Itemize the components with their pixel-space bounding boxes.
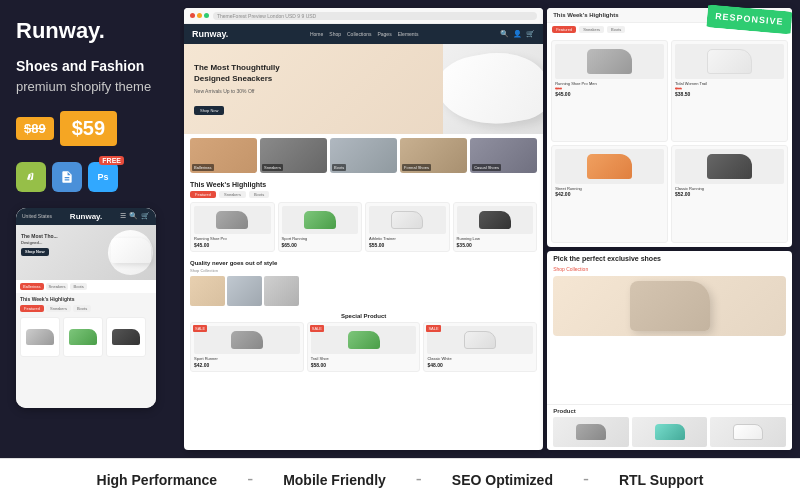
right-product-2[interactable]: Tidal Women Trail $55 $38.50 xyxy=(671,40,788,142)
price-badge: $89 $59 xyxy=(16,111,164,146)
old-price: $89 xyxy=(16,117,54,140)
main-container: Runway. Shoes and Fashion premium shopif… xyxy=(0,0,800,500)
platform-icons: Ps FREE xyxy=(16,162,164,192)
mobile-nav-tabs: Ballerinas Sneakers Boots xyxy=(16,280,156,293)
right-tab-sneakers[interactable]: Sneakers xyxy=(579,26,604,33)
right-product-1[interactable]: Running Shoe Pro Men $60 $45.00 xyxy=(551,40,668,142)
shop-collection-link[interactable]: Shop Collection xyxy=(553,266,786,272)
bottom-product-2[interactable] xyxy=(632,417,708,447)
highlights-section-title: This Week's Highlights xyxy=(190,181,537,188)
right-shoe-3 xyxy=(587,154,632,179)
right-tab-boots[interactable]: Boots xyxy=(607,26,625,33)
quality-subtitle[interactable]: Shop Collection xyxy=(190,268,537,273)
special-name-3: Classic White xyxy=(427,356,533,361)
product-img-2 xyxy=(282,206,359,234)
desktop-top-bar: ThemeForest Preview London USD 9 9 USD xyxy=(184,8,543,24)
cat-label-2: Sneakers xyxy=(262,164,283,171)
tab-featured[interactable]: Featured xyxy=(190,191,216,198)
tagline-line2: premium shopify theme xyxy=(16,79,151,94)
category-casual[interactable]: Casual Shoes xyxy=(470,138,537,173)
mobile-product-2[interactable] xyxy=(63,317,103,357)
ps-icon[interactable]: Ps FREE xyxy=(88,162,118,192)
shoe-mini-2 xyxy=(69,329,97,345)
shoe-mini-1 xyxy=(26,329,54,345)
special-card-2[interactable]: SALE Trail Shoe $58.00 xyxy=(307,322,421,372)
right-shoe-2 xyxy=(707,49,752,74)
bottom-product-3[interactable] xyxy=(710,417,786,447)
special-shoe-3 xyxy=(464,331,496,349)
product-shoe-1 xyxy=(216,211,248,229)
right-product-3[interactable]: Street Running $42.00 xyxy=(551,145,668,242)
tab-sneakers-mobile[interactable]: Sneakers xyxy=(46,305,71,312)
right-tab-featured[interactable]: Featured xyxy=(552,26,576,33)
tab-boots-tab[interactable]: Boots xyxy=(249,191,269,198)
special-price-1: $42.00 xyxy=(194,362,300,368)
special-grid: SALE Sport Runner $42.00 SALE xyxy=(190,322,537,372)
tab-featured-mobile[interactable]: Featured xyxy=(20,305,44,312)
mobile-tab-featured[interactable]: Ballerinas xyxy=(20,283,44,290)
special-card-1[interactable]: SALE Sport Runner $42.00 xyxy=(190,322,304,372)
mobile-tab-sneakers[interactable]: Sneakers xyxy=(46,283,69,290)
hero-shoe xyxy=(443,44,543,134)
url-text: ThemeForest Preview London USD 9 9 USD xyxy=(217,13,316,19)
search-icon[interactable]: 🔍 xyxy=(500,30,509,38)
week-highlights-label: This Week's Highlights xyxy=(16,293,156,305)
special-img-1 xyxy=(194,326,300,354)
special-shoe-2 xyxy=(348,331,380,349)
special-price-3: $48.00 xyxy=(427,362,533,368)
user-icon[interactable]: 👤 xyxy=(513,30,522,38)
shopify-icon[interactable] xyxy=(16,162,46,192)
product-price-3: $55.00 xyxy=(369,242,446,248)
url-bar[interactable]: ThemeForest Preview London USD 9 9 USD xyxy=(213,12,537,20)
mobile-product-3[interactable] xyxy=(106,317,146,357)
mobile-tab-boots[interactable]: Boots xyxy=(70,283,86,290)
right-product-4[interactable]: Classic Running $52.00 xyxy=(671,145,788,242)
screenshots-area: ThemeForest Preview London USD 9 9 USD R… xyxy=(180,0,800,458)
right-screenshots: This Week's Highlights Featured Sneakers… xyxy=(547,8,792,450)
special-card-3[interactable]: SALE Classic White $48.00 xyxy=(423,322,537,372)
feature-label-4: RTL Support xyxy=(619,472,704,488)
mobile-hero-shoe xyxy=(108,230,153,275)
tab-sneakers-tab[interactable]: Sneakers xyxy=(219,191,246,198)
product-tabs: Featured Sneakers Boots xyxy=(190,191,537,198)
feature-mobile-friendly: Mobile Friendly xyxy=(283,472,386,488)
tab-boots-mobile[interactable]: Boots xyxy=(73,305,91,312)
bottom-product-1[interactable] xyxy=(553,417,629,447)
mobile-products xyxy=(16,314,156,360)
nav-home[interactable]: Home xyxy=(310,31,323,37)
feature-seo: SEO Optimized xyxy=(452,472,553,488)
hero-image xyxy=(443,44,543,134)
category-sneakers[interactable]: Sneakers xyxy=(260,138,327,173)
category-formal[interactable]: Formal Shoes xyxy=(400,138,467,173)
nav-pages[interactable]: Pages xyxy=(377,31,391,37)
tagline: Shoes and Fashion premium shopify theme xyxy=(16,56,164,97)
feature-label-2: Mobile Friendly xyxy=(283,472,386,488)
category-boots[interactable]: Boots xyxy=(330,138,397,173)
mobile-product-1[interactable] xyxy=(20,317,60,357)
desktop-nav-icons: 🔍 👤 🛒 xyxy=(500,30,535,38)
file-icon[interactable] xyxy=(52,162,82,192)
right-product-img-4 xyxy=(675,149,784,184)
cat-label-5: Casual Shoes xyxy=(472,164,501,171)
special-title: Special Product xyxy=(190,313,537,319)
nav-elements[interactable]: Elements xyxy=(398,31,419,37)
new-price: $59 xyxy=(60,111,117,146)
mobile-logo: Runway. xyxy=(70,212,102,221)
product-shoe-3 xyxy=(391,211,423,229)
product-card-3[interactable]: Athletic Trainer $55.00 xyxy=(365,202,450,252)
hero-cta-button[interactable]: Shop Now xyxy=(194,106,224,115)
quality-section: Quality never goes out of style Shop Col… xyxy=(184,256,543,310)
feature-rtl: RTL Support xyxy=(619,472,704,488)
category-strip: Ballerinas Sneakers Boots xyxy=(184,134,543,177)
tagline-line1: Shoes and Fashion xyxy=(16,58,144,74)
product-card-4[interactable]: Running Low $35.00 xyxy=(453,202,538,252)
special-img-3 xyxy=(427,326,533,354)
nav-collections[interactable]: Collections xyxy=(347,31,371,37)
product-card-1[interactable]: Running Shoe Pro $45.00 xyxy=(190,202,275,252)
category-ballerinas[interactable]: Ballerinas xyxy=(190,138,257,173)
product-card-2[interactable]: Sport Running $65.00 xyxy=(278,202,363,252)
sale-badge-2: SALE xyxy=(310,325,324,332)
cart-icon[interactable]: 🛒 xyxy=(526,30,535,38)
nav-shop[interactable]: Shop xyxy=(329,31,341,37)
quality-title: Quality never goes out of style xyxy=(190,260,537,266)
